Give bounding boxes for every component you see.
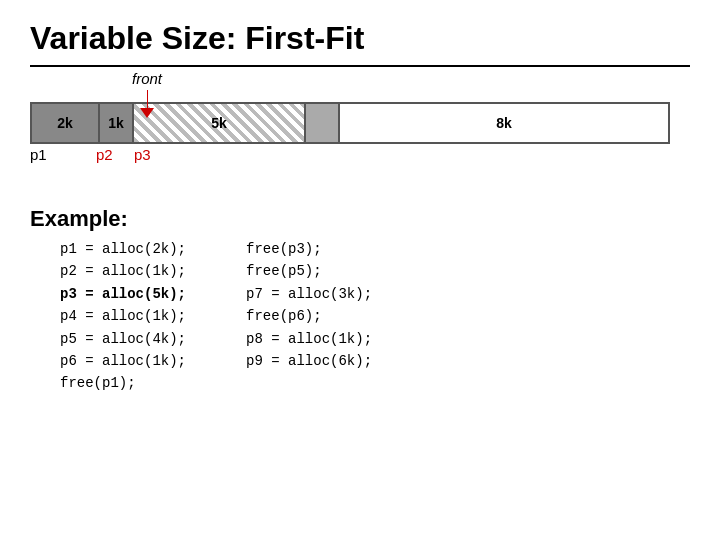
pointer-p2: p2 (96, 146, 113, 163)
code-line: free(p6); (246, 305, 372, 327)
memory-bar: 2k 1k 5k 8k (30, 102, 670, 144)
code-line: p8 = alloc(1k); (246, 328, 372, 350)
front-arrow: front (132, 70, 162, 118)
segment-8k: 8k (340, 104, 668, 142)
pointer-p1: p1 (30, 146, 47, 163)
code-line: p4 = alloc(1k); (60, 305, 186, 327)
memory-bar-wrapper: front 2k 1k 5k 8k p1 p2 p3 (30, 102, 690, 186)
code-line: p6 = alloc(1k); (60, 350, 186, 372)
code-line: p9 = alloc(6k); (246, 350, 372, 372)
page-title: Variable Size: First-Fit (30, 20, 690, 57)
front-arrow-line (147, 90, 148, 108)
title-divider (30, 65, 690, 67)
right-code-block: free(p3); free(p5); p7 = alloc(3k); free… (246, 238, 372, 395)
segment-small-gray (306, 104, 340, 142)
code-line: p1 = alloc(2k); (60, 238, 186, 260)
front-label: front (132, 70, 162, 87)
code-line: p7 = alloc(3k); (246, 283, 372, 305)
code-line: p2 = alloc(1k); (60, 260, 186, 282)
segment-1k: 1k (100, 104, 134, 142)
code-line: p5 = alloc(4k); (60, 328, 186, 350)
code-columns: p1 = alloc(2k); p2 = alloc(1k); p3 = all… (60, 238, 690, 395)
example-section: Example: p1 = alloc(2k); p2 = alloc(1k);… (30, 206, 690, 395)
front-arrow-head (140, 108, 154, 118)
memory-diagram: front 2k 1k 5k 8k p1 p2 p3 (30, 102, 690, 186)
example-title: Example: (30, 206, 690, 232)
code-line: free(p3); (246, 238, 372, 260)
code-line: free(p5); (246, 260, 372, 282)
pointer-labels: p1 p2 p3 (30, 146, 670, 186)
segment-2k: 2k (32, 104, 100, 142)
code-line: p3 = alloc(5k); (60, 283, 186, 305)
left-code-block: p1 = alloc(2k); p2 = alloc(1k); p3 = all… (60, 238, 186, 395)
pointer-p3: p3 (134, 146, 151, 163)
code-line: free(p1); (60, 372, 186, 394)
